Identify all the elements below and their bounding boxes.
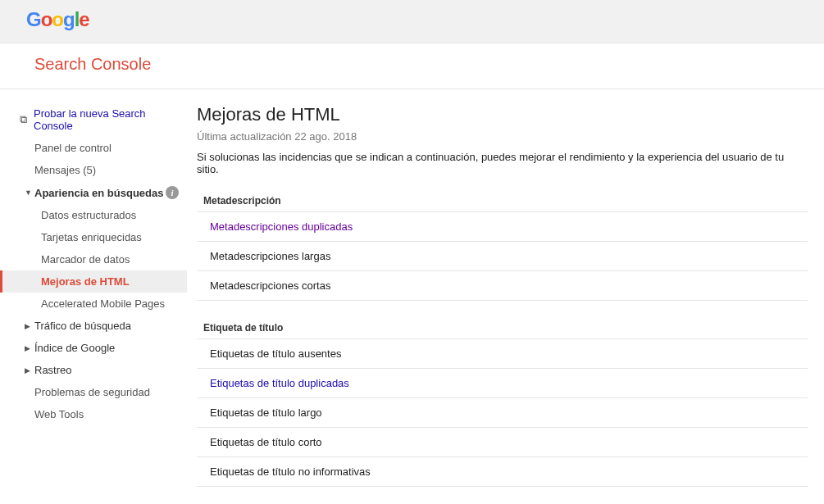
- section-header-title-tag: Etiqueta de título: [197, 316, 808, 339]
- sidebar-item-rich-cards[interactable]: Tarjetas enriquecidas: [0, 226, 187, 248]
- issue-title-short[interactable]: Etiquetas de título corto: [197, 428, 808, 457]
- sidebar-item-data-highlighter[interactable]: Marcador de datos: [0, 248, 187, 270]
- info-icon[interactable]: i: [166, 186, 179, 199]
- sidebar-item-amp[interactable]: Accelerated Mobile Pages: [0, 293, 187, 315]
- try-new-console-link[interactable]: ⧉ Probar la nueva Search Console: [0, 102, 187, 137]
- sidebar-item-messages[interactable]: Mensajes (5): [0, 159, 187, 181]
- last-updated: Última actualización 22 ago. 2018: [197, 130, 808, 143]
- sidebar-item-google-index[interactable]: ▶ Índice de Google: [0, 337, 187, 359]
- caret-right-icon: ▶: [25, 366, 30, 375]
- sidebar-item-dashboard[interactable]: Panel de control: [0, 137, 187, 159]
- section-header-meta: Metadescripción: [197, 188, 808, 212]
- sidebar-item-structured-data[interactable]: Datos estructurados: [0, 204, 187, 226]
- issue-title-duplicate[interactable]: Etiquetas de título duplicadas: [197, 369, 808, 398]
- intro-text: Si solucionas las incidencias que se ind…: [197, 151, 808, 175]
- issue-meta-long[interactable]: Metadescripciones largas: [197, 242, 808, 271]
- caret-right-icon: ▶: [25, 322, 30, 330]
- sidebar-item-search-traffic[interactable]: ▶ Tráfico de búsqueda: [0, 315, 187, 337]
- sidebar-item-crawl[interactable]: ▶ Rastreo: [0, 359, 187, 381]
- issue-meta-duplicate[interactable]: Metadescripciones duplicadas: [197, 212, 808, 242]
- header-bar: Google: [0, 0, 824, 43]
- app-title-bar: Search Console: [0, 43, 824, 89]
- caret-down-icon: ▼: [25, 188, 32, 197]
- sidebar-item-security[interactable]: Problemas de seguridad: [0, 381, 187, 403]
- main-content: Mejoras de HTML Última actualización 22 …: [187, 89, 824, 504]
- google-logo: Google: [26, 8, 89, 30]
- sidebar-item-html-improvements[interactable]: Mejoras de HTML: [0, 270, 187, 293]
- issue-meta-short[interactable]: Metadescripciones cortas: [197, 271, 808, 301]
- sidebar-item-search-appearance[interactable]: ▼ Apariencia en búsquedas i: [0, 181, 187, 204]
- try-new-label: Probar la nueva Search Console: [34, 107, 179, 132]
- issue-title-noninformative[interactable]: Etiquetas de título no informativas: [197, 457, 808, 487]
- app-title: Search Console: [34, 55, 151, 73]
- caret-right-icon: ▶: [25, 344, 30, 352]
- external-link-icon: ⧉: [20, 113, 27, 126]
- issue-title-missing[interactable]: Etiquetas de título ausentes: [197, 339, 808, 369]
- sidebar-item-web-tools[interactable]: Web Tools: [0, 403, 187, 425]
- sidebar: ⧉ Probar la nueva Search Console Panel d…: [0, 89, 187, 504]
- page-title: Mejoras de HTML: [197, 104, 808, 125]
- issue-title-long[interactable]: Etiquetas de título largo: [197, 398, 808, 428]
